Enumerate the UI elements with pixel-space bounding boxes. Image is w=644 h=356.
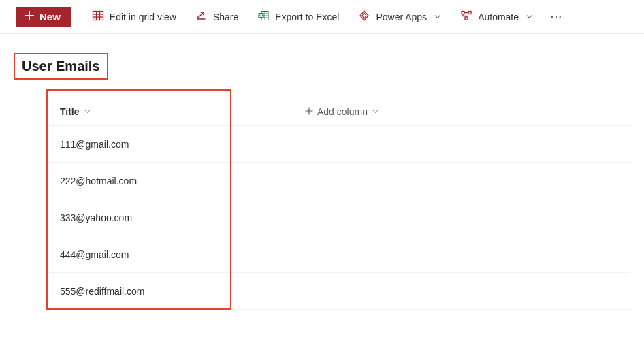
list-row[interactable]: 222@hotmail.com (46, 163, 630, 199)
new-button-label: New (39, 11, 61, 22)
list-title[interactable]: User Emails (14, 53, 108, 80)
flow-icon (460, 10, 472, 24)
list-row[interactable]: 333@yahoo.com (46, 199, 630, 236)
command-bar: New Edit in grid view Share (0, 0, 644, 34)
list-row[interactable]: 111@gmail.com (46, 126, 630, 163)
svg-rect-0 (93, 12, 103, 20)
list-cell-title[interactable]: 333@yahoo.com (46, 212, 305, 223)
list-cell-title[interactable]: 444@gmail.com (46, 249, 305, 260)
power-apps-icon (358, 10, 370, 24)
chevron-down-icon (434, 12, 441, 22)
grid-icon (92, 10, 104, 24)
export-excel-button[interactable]: Export to Excel (251, 7, 346, 27)
plus-icon (25, 11, 34, 22)
share-icon (195, 10, 208, 24)
share-label: Share (213, 12, 238, 22)
chevron-down-icon (526, 12, 533, 22)
list-grid: Title Add column 111@gmail.com 222@hotma… (46, 97, 630, 310)
share-button[interactable]: Share (189, 7, 245, 27)
list-cell-title[interactable]: 555@rediffmail.com (46, 286, 305, 297)
add-column-button[interactable]: Add column (305, 106, 379, 117)
list-row[interactable]: 555@rediffmail.com (46, 273, 630, 310)
plus-icon (305, 106, 313, 117)
power-apps-label: Power Apps (376, 12, 427, 22)
export-excel-label: Export to Excel (275, 12, 339, 22)
add-column-label: Add column (317, 106, 368, 117)
edit-grid-button[interactable]: Edit in grid view (85, 7, 183, 27)
list-cell-title[interactable]: 222@hotmail.com (46, 176, 305, 187)
list-content: User Emails Title Add column 111@gmai (0, 34, 644, 323)
chevron-down-icon (84, 106, 91, 117)
automate-label: Automate (478, 12, 519, 22)
power-apps-button[interactable]: Power Apps (351, 7, 448, 27)
more-actions-button[interactable]: ··· (545, 9, 568, 25)
excel-icon (257, 10, 270, 24)
list-row[interactable]: 444@gmail.com (46, 236, 630, 273)
automate-button[interactable]: Automate (453, 7, 540, 27)
list-cell-title[interactable]: 111@gmail.com (46, 139, 305, 150)
column-header-row: Title Add column (46, 97, 630, 126)
new-button[interactable]: New (16, 7, 71, 27)
column-header-title-label: Title (60, 106, 80, 117)
edit-grid-label: Edit in grid view (110, 12, 176, 22)
column-header-title[interactable]: Title (46, 106, 305, 117)
chevron-down-icon (372, 106, 379, 117)
